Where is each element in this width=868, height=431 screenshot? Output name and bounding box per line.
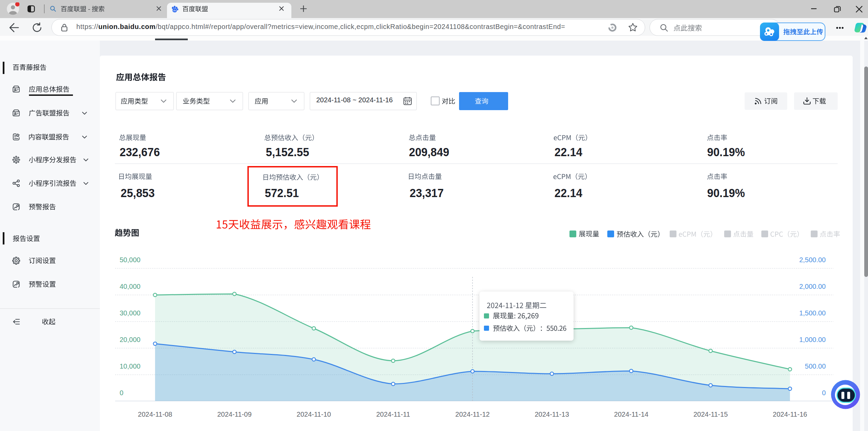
svg-text:du: du <box>173 9 176 12</box>
